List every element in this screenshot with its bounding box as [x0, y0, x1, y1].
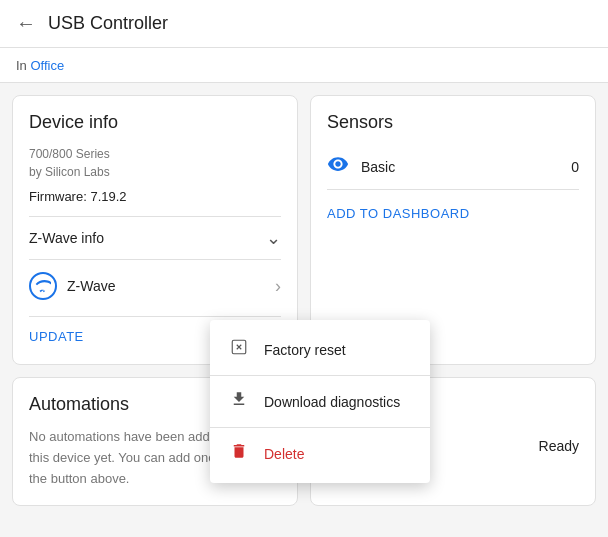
- factory-reset-label: Factory reset: [264, 342, 346, 358]
- menu-item-delete[interactable]: Delete: [210, 430, 430, 477]
- delete-label: Delete: [264, 446, 304, 462]
- menu-item-factory-reset[interactable]: Factory reset: [210, 326, 430, 373]
- menu-divider-1: [210, 375, 430, 376]
- delete-icon: [228, 442, 250, 465]
- context-menu: Factory reset Download diagnostics Delet…: [210, 320, 430, 483]
- menu-item-download-diagnostics[interactable]: Download diagnostics: [210, 378, 430, 425]
- factory-reset-icon: [228, 338, 250, 361]
- menu-overlay[interactable]: Factory reset Download diagnostics Delet…: [0, 0, 608, 537]
- download-diagnostics-label: Download diagnostics: [264, 394, 400, 410]
- menu-divider-2: [210, 427, 430, 428]
- download-icon: [228, 390, 250, 413]
